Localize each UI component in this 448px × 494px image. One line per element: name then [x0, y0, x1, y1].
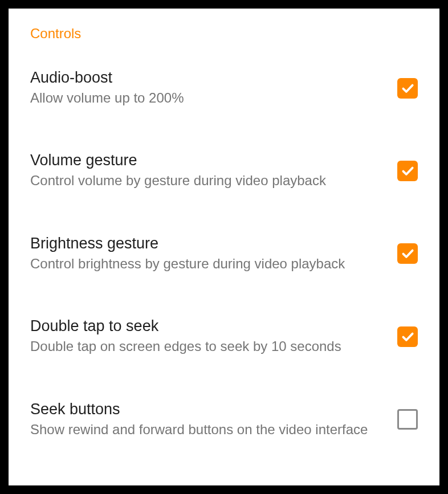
setting-row-audio-boost[interactable]: Audio-boost Allow volume up to 200% [30, 69, 418, 107]
setting-title: Audio-boost [30, 69, 380, 87]
setting-text: Audio-boost Allow volume up to 200% [30, 69, 397, 107]
checkbox-double-tap-seek[interactable] [397, 326, 418, 347]
setting-title: Seek buttons [30, 401, 380, 418]
checkbox-seek-buttons[interactable] [397, 409, 418, 430]
setting-description: Control brightness by gesture during vid… [30, 255, 380, 273]
setting-text: Seek buttons Show rewind and forward but… [30, 401, 397, 439]
setting-text: Double tap to seek Double tap on screen … [30, 317, 397, 356]
checkbox-brightness-gesture[interactable] [397, 243, 418, 264]
setting-title: Brightness gesture [30, 235, 380, 252]
section-header-controls: Controls [30, 26, 418, 42]
check-icon [400, 164, 415, 178]
settings-panel: Controls Audio-boost Allow volume up to … [9, 9, 439, 485]
setting-description: Show rewind and forward buttons on the v… [30, 420, 380, 439]
setting-text: Brightness gesture Control brightness by… [30, 235, 397, 273]
setting-description: Allow volume up to 200% [30, 89, 380, 107]
setting-text: Volume gesture Control volume by gesture… [30, 152, 397, 190]
setting-title: Double tap to seek [30, 317, 380, 335]
setting-description: Double tap on screen edges to seek by 10… [30, 337, 380, 356]
setting-row-double-tap-seek[interactable]: Double tap to seek Double tap on screen … [30, 317, 418, 356]
setting-row-volume-gesture[interactable]: Volume gesture Control volume by gesture… [30, 152, 418, 190]
check-icon [400, 246, 415, 261]
checkbox-volume-gesture[interactable] [397, 161, 418, 181]
checkbox-audio-boost[interactable] [397, 78, 418, 99]
setting-description: Control volume by gesture during video p… [30, 172, 380, 190]
setting-title: Volume gesture [30, 152, 380, 169]
setting-row-seek-buttons[interactable]: Seek buttons Show rewind and forward but… [30, 401, 418, 439]
check-icon [400, 329, 415, 344]
setting-row-brightness-gesture[interactable]: Brightness gesture Control brightness by… [30, 235, 418, 273]
check-icon [400, 81, 415, 96]
